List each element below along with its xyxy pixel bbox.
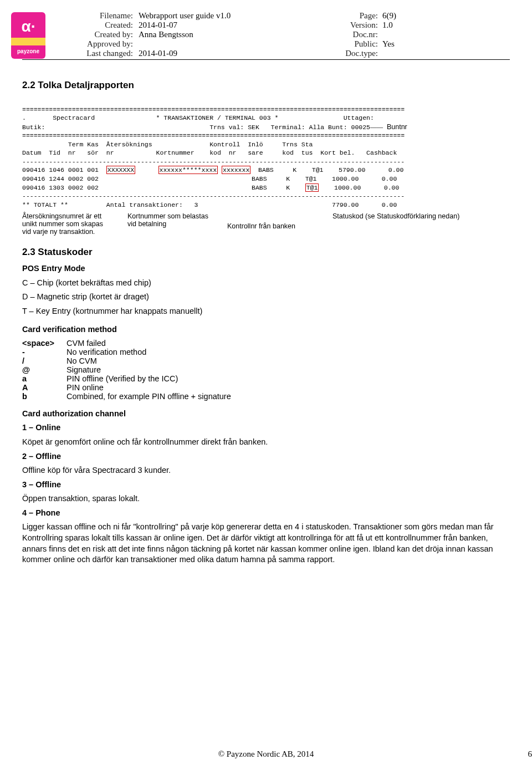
cvm-row: aPIN offline (Verified by the ICC) xyxy=(22,374,510,383)
pos-entry-mode-title: POS Entry Mode xyxy=(22,263,510,274)
hv-public: Yes xyxy=(382,39,410,49)
hl-page: Page: xyxy=(332,11,382,21)
hl-doctype: Doc.type: xyxy=(332,49,382,58)
report-row-2: 090416 1244 0002 002 BABS K T@1 1000.00 … xyxy=(22,175,397,182)
cac-4-h: 4 – Phone xyxy=(22,508,510,519)
hl-approvedby: Approved by: xyxy=(66,39,139,49)
hv-doctype xyxy=(382,49,410,58)
annot-kontroll: Kontrollnr från banken xyxy=(227,212,316,236)
hv-created: 2014-01-07 xyxy=(139,21,283,30)
hl-createdby: Created by: xyxy=(66,30,139,39)
hl-created: Created: xyxy=(66,21,139,30)
hv-page: 6(9) xyxy=(382,11,410,21)
cac-1-t: Köpet är genomfört online och får kontro… xyxy=(22,437,510,448)
cvm-row: @Signature xyxy=(22,365,510,374)
r1c xyxy=(135,166,158,174)
hl-public: Public: xyxy=(332,39,382,49)
pos-c: C – Chip (kortet bekräftas med chip) xyxy=(22,278,510,289)
r3c: 1000.00 0.00 xyxy=(319,184,399,191)
report-sep-2: ========================================… xyxy=(22,132,405,139)
cvm-val: PIN online xyxy=(66,383,104,392)
cvm-val: CVM failed xyxy=(66,339,106,348)
cac-2-t: Offline köp för våra Spectracard 3 kunde… xyxy=(22,465,510,476)
buntnr-label: Buntnr xyxy=(387,123,407,131)
section-2-3-title: 2.3 Statuskoder xyxy=(22,247,510,258)
section-2-2-title: 2.2 Tolka Detaljrapporten xyxy=(22,80,510,91)
r1-kontroll-box: xxxxxxx xyxy=(222,166,250,174)
cvm-row: /No CVM xyxy=(22,356,510,365)
report-header-2: Butik: Trns val: SEK Terminal: Alla Bunt… xyxy=(22,124,370,131)
report-sep-1: ========================================… xyxy=(22,106,405,113)
hv-version: 1.0 xyxy=(382,21,410,30)
cvm-val: PIN offline (Verified by the ICC) xyxy=(66,374,178,383)
hl-docnr: Doc.nr: xyxy=(332,30,382,39)
cac-title: Card authorization channel xyxy=(22,409,510,420)
hv-docnr xyxy=(382,30,410,39)
cvm-val: No CVM xyxy=(66,356,97,365)
cvm-row: bCombined, for example PIN offline + sig… xyxy=(22,392,510,401)
document-header: α· payzone Filename:Webrapport user guid… xyxy=(22,11,510,67)
cvm-key: A xyxy=(22,383,66,392)
annot-kortnr: Kortnummer som belastas vid betalning xyxy=(127,212,211,236)
report-dash-1: ----------------------------------------… xyxy=(22,158,405,165)
cvm-row: <space>CVM failed xyxy=(22,339,510,348)
hv-filename: Webrapport user guide v1.0 xyxy=(139,11,283,21)
r1-kortnr-box: xxxxxx*****xxxx xyxy=(158,166,218,174)
cvm-key: <space> xyxy=(22,339,66,348)
r1a: 090416 1046 0001 001 xyxy=(22,166,106,174)
hl-filename: Filename: xyxy=(66,11,139,21)
report-total: ** TOTALT ** Antal transaktioner: 3 7790… xyxy=(22,201,397,208)
hv-createdby: Anna Bengtsson xyxy=(139,30,283,39)
cac-3-t: Öppen transaktion, sparas lokalt. xyxy=(22,493,510,504)
cac-3-h: 3 – Offline xyxy=(22,480,510,491)
detail-report-sample: ========================================… xyxy=(22,96,510,209)
cac-4-t: Ligger kassan offline och ni får "kontro… xyxy=(22,522,510,565)
cvm-val: Combined, for example PIN offline + sign… xyxy=(66,392,231,401)
hl-lastchanged: Last changed: xyxy=(66,49,139,58)
r1-atersok-box: XXXXXXX xyxy=(106,166,135,174)
cvm-table: <space>CVM failed -No verification metho… xyxy=(22,339,510,401)
cvm-row: APIN online xyxy=(22,383,510,392)
logo-alpha-icon: α· xyxy=(11,18,45,35)
annot-atersok: Återsökningsnumret är ett unikt nummer s… xyxy=(22,212,111,236)
logo-text: payzone xyxy=(17,48,39,54)
cac-1-h: 1 – Online xyxy=(22,422,510,434)
report-colhead-2: Datum Tid nr sör nr Kortnummer kod nr sa… xyxy=(22,149,397,156)
report-dash-2: ----------------------------------------… xyxy=(22,192,405,200)
report-colhead-1: Term Kas Återsöknings Kontroll Inlö Trns… xyxy=(22,141,313,148)
cvm-row: -No verification method xyxy=(22,348,510,356)
cvm-title: Card verification method xyxy=(22,324,510,335)
cvm-key: - xyxy=(22,348,66,356)
cvm-key: / xyxy=(22,356,66,365)
r1g: BABS K T@1 5790.00 0.00 xyxy=(250,166,403,174)
r3a: 090416 1303 0002 002 BABS K xyxy=(22,184,305,191)
cvm-val: Signature xyxy=(66,365,101,374)
cac-2-h: 2 – Offline xyxy=(22,451,510,462)
cvm-val: No verification method xyxy=(66,348,146,356)
annot-status: Statuskod (se Statuskodförklaring nedan) xyxy=(332,212,477,236)
report-annotations: Återsökningsnumret är ett unikt nummer s… xyxy=(22,212,510,236)
payzone-logo: α· payzone xyxy=(11,12,45,59)
pos-t: T – Key Entry (kortnummer har knappats m… xyxy=(22,306,510,317)
report-header-1: . Spectracard * TRANSAKTIONER / TERMINAL… xyxy=(22,114,374,121)
r3-status-box: T@1 xyxy=(305,183,319,192)
cvm-key: a xyxy=(22,374,66,383)
hv-lastchanged: 2014-01-09 xyxy=(139,49,283,58)
hl-version: Version: xyxy=(332,21,382,30)
r1e xyxy=(218,166,222,174)
cvm-key: @ xyxy=(22,365,66,374)
hv-approvedby xyxy=(139,39,283,49)
cvm-key: b xyxy=(22,392,66,401)
pos-d: D – Magnetic strip (kortet är draget) xyxy=(22,292,510,303)
